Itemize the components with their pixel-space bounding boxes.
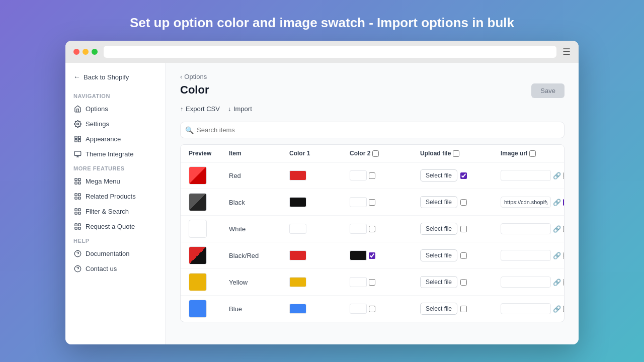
- color2-swatch-black[interactable]: [350, 197, 367, 207]
- link-icon-yellow[interactable]: 🔗: [553, 279, 561, 286]
- dot-yellow[interactable]: [83, 49, 89, 55]
- url-checkbox-yellow[interactable]: [563, 279, 565, 286]
- sidebar-item-mega-menu[interactable]: Mega Menu: [65, 173, 166, 189]
- header-color1: Color 1: [289, 150, 350, 157]
- color1-swatch-yellow[interactable]: [289, 277, 306, 287]
- upload-header-checkbox[interactable]: [453, 150, 459, 157]
- color1-swatch-white[interactable]: [289, 224, 306, 234]
- import-button[interactable]: ↓ Import: [228, 104, 252, 114]
- sidebar-item-contact[interactable]: Contact us: [65, 261, 166, 276]
- export-csv-label: Export CSV: [186, 105, 220, 113]
- upload-checkbox-blackred[interactable]: [460, 252, 467, 259]
- color2-checkbox-blue[interactable]: [369, 306, 375, 312]
- select-file-button-red[interactable]: Select file: [420, 169, 457, 182]
- link-icon-red[interactable]: 🔗: [553, 172, 561, 179]
- sidebar-item-appearance[interactable]: Appearance: [65, 131, 166, 146]
- url-header-checkbox[interactable]: [529, 150, 536, 157]
- sidebar-item-options[interactable]: Options: [65, 101, 166, 116]
- url-input-black[interactable]: [501, 197, 551, 208]
- dot-green[interactable]: [92, 49, 98, 55]
- link-icon-blue[interactable]: 🔗: [553, 305, 561, 313]
- header-color2-label: Color 2: [350, 150, 370, 157]
- svg-rect-2: [78, 136, 80, 138]
- color1-swatch-red[interactable]: [289, 170, 306, 180]
- select-file-button-white[interactable]: Select file: [420, 223, 457, 235]
- table-header: Preview Item Color 1 Color 2 Upload file: [181, 145, 564, 162]
- url-input-yellow[interactable]: [501, 277, 551, 288]
- dot-red[interactable]: [73, 49, 79, 55]
- svg-rect-18: [74, 223, 76, 225]
- preview-cell-white: [189, 220, 229, 238]
- sidebar-item-options-label: Options: [86, 105, 108, 113]
- color2-checkbox-black[interactable]: [369, 199, 375, 206]
- link-icon-black[interactable]: 🔗: [553, 199, 561, 206]
- url-checkbox-white[interactable]: [563, 226, 565, 232]
- item-name-red: Red: [229, 172, 289, 179]
- upload-checkbox-blue[interactable]: [460, 306, 467, 312]
- sidebar-item-settings[interactable]: Settings: [65, 116, 166, 131]
- upload-checkbox-white[interactable]: [460, 226, 467, 232]
- color1-swatch-blackred[interactable]: [289, 250, 306, 260]
- color2-swatch-blackred[interactable]: [350, 250, 367, 260]
- url-checkbox-black[interactable]: [563, 199, 565, 206]
- url-checkbox-red[interactable]: [563, 172, 565, 179]
- url-input-red[interactable]: [501, 170, 551, 181]
- export-csv-button[interactable]: ↑ Export CSV: [180, 104, 220, 114]
- sidebar-item-request-quote[interactable]: Request a Quote: [65, 219, 166, 234]
- color1-swatch-black[interactable]: [289, 197, 306, 207]
- sidebar-item-related-products[interactable]: Related Products: [65, 189, 166, 204]
- color2-checkbox-blackred[interactable]: [369, 252, 375, 259]
- sidebar-item-filter-search[interactable]: Filter & Search: [65, 204, 166, 219]
- gear-icon: [73, 120, 82, 128]
- sidebar-item-mega-menu-label: Mega Menu: [86, 177, 120, 185]
- search-input[interactable]: [180, 122, 565, 138]
- header-upload-file-label: Upload file: [420, 150, 451, 157]
- url-input-blue[interactable]: [501, 303, 551, 314]
- save-button[interactable]: Save: [531, 83, 565, 98]
- color2-checkbox-red[interactable]: [369, 172, 375, 179]
- address-bar[interactable]: [104, 46, 556, 58]
- color2-checkbox-yellow[interactable]: [369, 279, 375, 286]
- link-icon-blackred[interactable]: 🔗: [553, 252, 561, 259]
- color2-checkbox-white[interactable]: [369, 226, 375, 232]
- header-preview-label: Preview: [189, 150, 211, 157]
- upload-checkbox-yellow[interactable]: [460, 279, 467, 286]
- browser-menu-icon[interactable]: ☰: [562, 46, 571, 57]
- page-header: Color Save: [180, 83, 565, 98]
- color2-swatch-white[interactable]: [350, 224, 367, 234]
- sidebar-item-filter-search-label: Filter & Search: [86, 208, 129, 215]
- select-file-button-blue[interactable]: Select file: [420, 303, 457, 315]
- color2-header-checkbox[interactable]: [372, 150, 379, 157]
- color2-swatch-yellow[interactable]: [350, 277, 367, 287]
- select-file-button-black[interactable]: Select file: [420, 196, 457, 208]
- svg-rect-1: [74, 136, 76, 138]
- color1-cell-black: [289, 197, 350, 207]
- url-input-white[interactable]: [501, 223, 551, 234]
- sidebar-item-documentation[interactable]: Documentation: [65, 246, 166, 261]
- url-checkbox-blackred[interactable]: [563, 252, 565, 259]
- preview-img-blackred: [189, 246, 207, 264]
- color2-cell-blue: [350, 304, 420, 314]
- color2-cell-black: [350, 197, 420, 207]
- help-section-label: HELP: [65, 234, 166, 246]
- svg-rect-13: [78, 197, 80, 199]
- color2-swatch-red[interactable]: [350, 170, 367, 180]
- upload-checkbox-black[interactable]: [460, 199, 467, 206]
- nav-section-label: NAVIGATION: [65, 89, 166, 101]
- quote-icon: [73, 222, 82, 230]
- breadcrumb-options-link[interactable]: Options: [184, 73, 207, 80]
- select-file-button-yellow[interactable]: Select file: [420, 276, 457, 288]
- link-icon-white[interactable]: 🔗: [553, 225, 561, 233]
- svg-rect-14: [74, 208, 76, 210]
- preview-img-white: [189, 220, 207, 238]
- preview-img-blue: [189, 300, 207, 318]
- url-input-blackred[interactable]: [501, 250, 551, 261]
- back-to-shopify-link[interactable]: ← Back to Shopify: [65, 69, 166, 85]
- upload-checkbox-red[interactable]: [460, 172, 467, 179]
- upload-cell-blackred: Select file: [420, 249, 501, 261]
- color1-swatch-blue[interactable]: [289, 304, 306, 314]
- url-checkbox-blue[interactable]: [563, 306, 565, 312]
- sidebar-item-theme-integrate[interactable]: Theme Integrate: [65, 146, 166, 161]
- select-file-button-blackred[interactable]: Select file: [420, 249, 457, 261]
- color2-swatch-blue[interactable]: [350, 304, 367, 314]
